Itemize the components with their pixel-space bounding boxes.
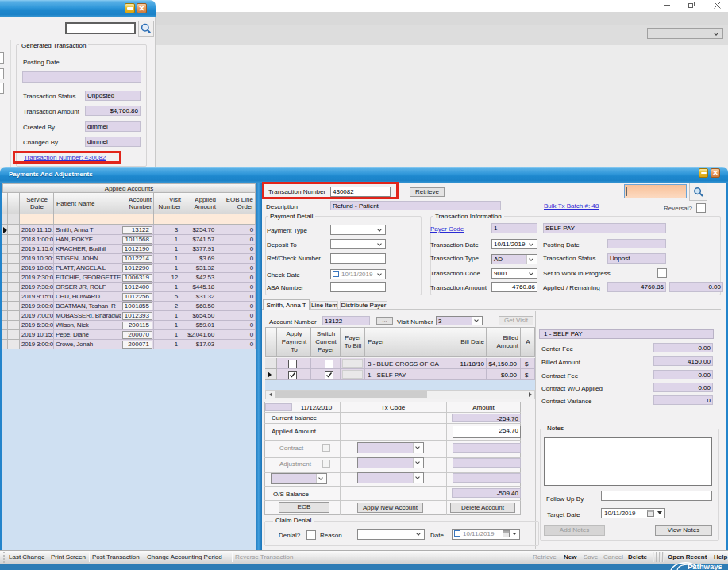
svg-text:Pathways: Pathways xyxy=(688,562,722,570)
